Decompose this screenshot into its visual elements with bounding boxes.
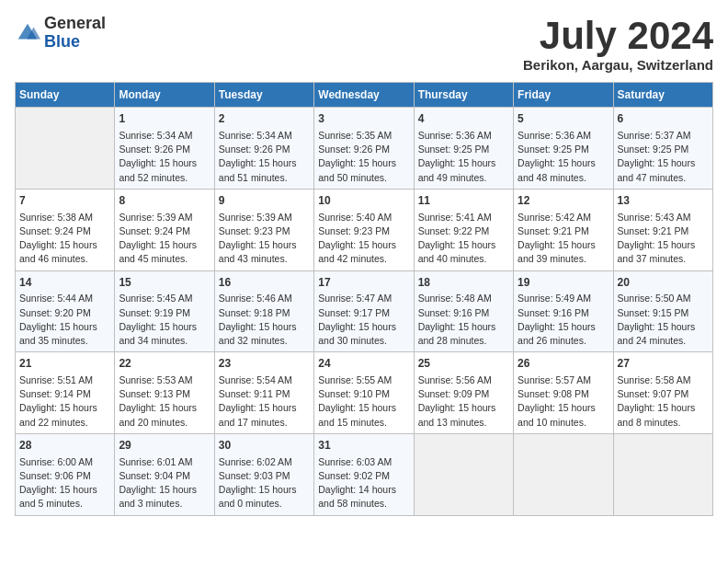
day-cell: 12Sunrise: 5:42 AMSunset: 9:21 PMDayligh… bbox=[514, 189, 613, 270]
day-number: 21 bbox=[19, 356, 110, 372]
calendar-week-row: 1Sunrise: 5:34 AMSunset: 9:26 PMDaylight… bbox=[16, 108, 713, 190]
day-number: 26 bbox=[518, 356, 609, 372]
calendar-week-row: 21Sunrise: 5:51 AMSunset: 9:14 PMDayligh… bbox=[16, 352, 713, 434]
day-cell: 2Sunrise: 5:34 AMSunset: 9:26 PMDaylight… bbox=[214, 108, 313, 190]
day-number: 8 bbox=[119, 193, 210, 209]
day-number: 1 bbox=[119, 111, 210, 127]
calendar-header-row: SundayMondayTuesdayWednesdayThursdayFrid… bbox=[16, 83, 713, 108]
day-info: Sunrise: 5:41 AMSunset: 9:22 PMDaylight:… bbox=[418, 211, 509, 267]
day-number: 6 bbox=[618, 111, 709, 127]
day-info: Sunrise: 5:34 AMSunset: 9:26 PMDaylight:… bbox=[219, 129, 310, 185]
day-number: 17 bbox=[318, 275, 409, 291]
day-number: 20 bbox=[618, 275, 709, 291]
day-number: 19 bbox=[518, 275, 609, 291]
calendar-table: SundayMondayTuesdayWednesdayThursdayFrid… bbox=[15, 82, 713, 515]
day-cell: 13Sunrise: 5:43 AMSunset: 9:21 PMDayligh… bbox=[613, 189, 712, 270]
day-cell: 16Sunrise: 5:46 AMSunset: 9:18 PMDayligh… bbox=[214, 270, 313, 352]
logo-icon bbox=[15, 20, 40, 46]
day-number: 27 bbox=[618, 356, 709, 372]
month-title: July 2024 bbox=[523, 15, 713, 57]
day-number: 13 bbox=[618, 193, 709, 209]
day-cell: 29Sunrise: 6:01 AMSunset: 9:04 PMDayligh… bbox=[115, 433, 214, 515]
day-cell: 10Sunrise: 5:40 AMSunset: 9:23 PMDayligh… bbox=[314, 189, 414, 270]
day-cell: 8Sunrise: 5:39 AMSunset: 9:24 PMDaylight… bbox=[115, 189, 214, 270]
day-cell: 7Sunrise: 5:38 AMSunset: 9:24 PMDaylight… bbox=[16, 189, 115, 270]
title-block: July 2024 Berikon, Aargau, Switzerland bbox=[523, 15, 713, 73]
empty-day-cell bbox=[613, 433, 712, 515]
day-number: 9 bbox=[219, 193, 310, 209]
day-info: Sunrise: 5:39 AMSunset: 9:23 PMDaylight:… bbox=[219, 211, 310, 267]
day-cell: 26Sunrise: 5:57 AMSunset: 9:08 PMDayligh… bbox=[514, 352, 613, 434]
day-info: Sunrise: 5:47 AMSunset: 9:17 PMDaylight:… bbox=[318, 292, 409, 348]
day-info: Sunrise: 5:44 AMSunset: 9:20 PMDaylight:… bbox=[19, 292, 110, 348]
day-info: Sunrise: 6:01 AMSunset: 9:04 PMDaylight:… bbox=[119, 455, 210, 511]
day-number: 7 bbox=[19, 193, 110, 209]
day-number: 28 bbox=[19, 438, 110, 454]
day-info: Sunrise: 5:51 AMSunset: 9:14 PMDaylight:… bbox=[19, 373, 110, 430]
day-info: Sunrise: 5:54 AMSunset: 9:11 PMDaylight:… bbox=[219, 373, 310, 430]
day-info: Sunrise: 5:43 AMSunset: 9:21 PMDaylight:… bbox=[618, 211, 709, 267]
day-info: Sunrise: 5:57 AMSunset: 9:08 PMDaylight:… bbox=[518, 373, 609, 430]
day-info: Sunrise: 6:00 AMSunset: 9:06 PMDaylight:… bbox=[19, 455, 110, 511]
day-cell: 3Sunrise: 5:35 AMSunset: 9:26 PMDaylight… bbox=[314, 108, 414, 190]
col-header-sunday: Sunday bbox=[16, 83, 115, 108]
day-cell: 24Sunrise: 5:55 AMSunset: 9:10 PMDayligh… bbox=[314, 352, 414, 434]
day-info: Sunrise: 6:02 AMSunset: 9:03 PMDaylight:… bbox=[219, 455, 310, 511]
day-number: 30 bbox=[219, 438, 310, 454]
day-info: Sunrise: 5:48 AMSunset: 9:16 PMDaylight:… bbox=[418, 292, 509, 348]
logo-blue-text: Blue bbox=[44, 32, 80, 51]
day-cell: 5Sunrise: 5:36 AMSunset: 9:25 PMDaylight… bbox=[514, 108, 613, 190]
day-info: Sunrise: 5:34 AMSunset: 9:26 PMDaylight:… bbox=[119, 129, 210, 185]
col-header-monday: Monday bbox=[115, 83, 214, 108]
logo: General Blue bbox=[15, 15, 106, 52]
day-number: 23 bbox=[219, 356, 310, 372]
day-info: Sunrise: 5:35 AMSunset: 9:26 PMDaylight:… bbox=[318, 129, 409, 185]
day-info: Sunrise: 5:58 AMSunset: 9:07 PMDaylight:… bbox=[618, 373, 709, 430]
day-cell: 6Sunrise: 5:37 AMSunset: 9:25 PMDaylight… bbox=[613, 108, 712, 190]
day-info: Sunrise: 5:55 AMSunset: 9:10 PMDaylight:… bbox=[318, 373, 409, 430]
col-header-thursday: Thursday bbox=[414, 83, 513, 108]
day-cell: 9Sunrise: 5:39 AMSunset: 9:23 PMDaylight… bbox=[214, 189, 313, 270]
page-header: General Blue July 2024 Berikon, Aargau, … bbox=[15, 15, 713, 73]
empty-day-cell bbox=[414, 433, 513, 515]
day-number: 11 bbox=[418, 193, 509, 209]
day-info: Sunrise: 5:46 AMSunset: 9:18 PMDaylight:… bbox=[219, 292, 310, 348]
day-cell: 17Sunrise: 5:47 AMSunset: 9:17 PMDayligh… bbox=[314, 270, 414, 352]
day-info: Sunrise: 5:38 AMSunset: 9:24 PMDaylight:… bbox=[19, 211, 110, 267]
day-info: Sunrise: 5:36 AMSunset: 9:25 PMDaylight:… bbox=[418, 129, 509, 185]
day-number: 4 bbox=[418, 111, 509, 127]
day-info: Sunrise: 5:37 AMSunset: 9:25 PMDaylight:… bbox=[618, 129, 709, 185]
day-info: Sunrise: 5:49 AMSunset: 9:16 PMDaylight:… bbox=[518, 292, 609, 348]
day-cell: 18Sunrise: 5:48 AMSunset: 9:16 PMDayligh… bbox=[414, 270, 513, 352]
day-cell: 15Sunrise: 5:45 AMSunset: 9:19 PMDayligh… bbox=[115, 270, 214, 352]
day-info: Sunrise: 5:42 AMSunset: 9:21 PMDaylight:… bbox=[518, 211, 609, 267]
calendar-week-row: 14Sunrise: 5:44 AMSunset: 9:20 PMDayligh… bbox=[16, 270, 713, 352]
day-number: 31 bbox=[318, 438, 409, 454]
day-info: Sunrise: 5:56 AMSunset: 9:09 PMDaylight:… bbox=[418, 373, 509, 430]
day-cell: 11Sunrise: 5:41 AMSunset: 9:22 PMDayligh… bbox=[414, 189, 513, 270]
day-info: Sunrise: 5:53 AMSunset: 9:13 PMDaylight:… bbox=[119, 373, 210, 430]
day-cell: 31Sunrise: 6:03 AMSunset: 9:02 PMDayligh… bbox=[314, 433, 414, 515]
day-cell: 4Sunrise: 5:36 AMSunset: 9:25 PMDaylight… bbox=[414, 108, 513, 190]
day-cell: 27Sunrise: 5:58 AMSunset: 9:07 PMDayligh… bbox=[613, 352, 712, 434]
day-number: 24 bbox=[318, 356, 409, 372]
day-number: 25 bbox=[418, 356, 509, 372]
col-header-friday: Friday bbox=[514, 83, 613, 108]
location: Berikon, Aargau, Switzerland bbox=[523, 57, 713, 73]
day-cell: 30Sunrise: 6:02 AMSunset: 9:03 PMDayligh… bbox=[214, 433, 313, 515]
day-number: 10 bbox=[318, 193, 409, 209]
day-number: 3 bbox=[318, 111, 409, 127]
day-cell: 1Sunrise: 5:34 AMSunset: 9:26 PMDaylight… bbox=[115, 108, 214, 190]
day-cell: 22Sunrise: 5:53 AMSunset: 9:13 PMDayligh… bbox=[115, 352, 214, 434]
day-number: 14 bbox=[19, 275, 110, 291]
day-info: Sunrise: 5:40 AMSunset: 9:23 PMDaylight:… bbox=[318, 211, 409, 267]
day-cell: 19Sunrise: 5:49 AMSunset: 9:16 PMDayligh… bbox=[514, 270, 613, 352]
day-info: Sunrise: 5:45 AMSunset: 9:19 PMDaylight:… bbox=[119, 292, 210, 348]
day-cell: 21Sunrise: 5:51 AMSunset: 9:14 PMDayligh… bbox=[16, 352, 115, 434]
day-cell: 28Sunrise: 6:00 AMSunset: 9:06 PMDayligh… bbox=[16, 433, 115, 515]
day-info: Sunrise: 5:39 AMSunset: 9:24 PMDaylight:… bbox=[119, 211, 210, 267]
col-header-saturday: Saturday bbox=[613, 83, 712, 108]
day-cell: 25Sunrise: 5:56 AMSunset: 9:09 PMDayligh… bbox=[414, 352, 513, 434]
calendar-week-row: 28Sunrise: 6:00 AMSunset: 9:06 PMDayligh… bbox=[16, 433, 713, 515]
day-info: Sunrise: 5:36 AMSunset: 9:25 PMDaylight:… bbox=[518, 129, 609, 185]
